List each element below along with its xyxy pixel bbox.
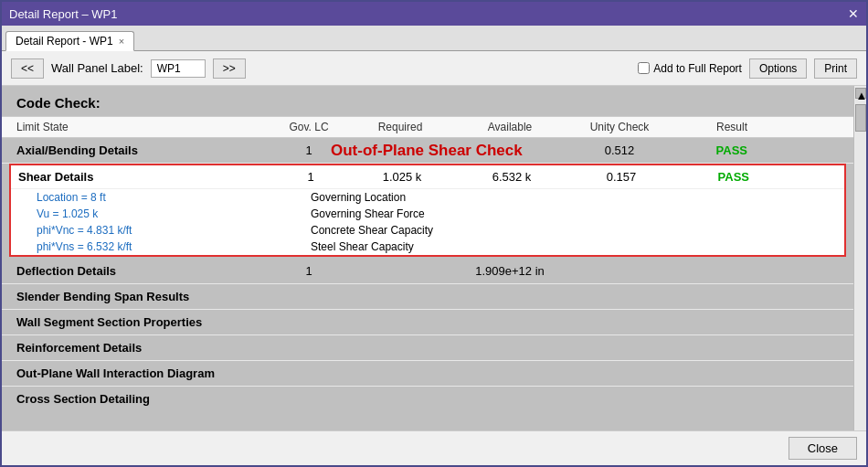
row-gov-lc: 1 <box>272 143 345 157</box>
title-bar: Detail Report – WP1 ✕ <box>2 2 866 26</box>
shear-limit-state: Shear Details <box>18 170 274 184</box>
scroll-up-button[interactable]: ▲ <box>855 88 866 99</box>
table-row: Reinforcement Details <box>2 335 853 361</box>
out-of-plane-label: Out-of-Plane Shear Check <box>331 142 523 160</box>
row-limit-state: Axial/Bending Details <box>16 143 272 157</box>
print-button[interactable]: Print <box>814 58 857 79</box>
toolbar: << Wall Panel Label: >> Add to Full Repo… <box>2 51 866 86</box>
row-result: PASS <box>674 143 747 157</box>
table-row: Out-Plane Wall Interaction Diagram <box>2 361 853 387</box>
table-row: Slender Bending Span Results <box>2 284 853 310</box>
table-header-row: Limit State Gov. LC Required Available U… <box>2 116 853 138</box>
tab-label: Detail Report - WP1 <box>16 35 113 48</box>
add-to-report-checkbox[interactable] <box>638 62 650 74</box>
col-available: Available <box>455 121 565 133</box>
table-row: Cross Section Detailing <box>2 387 853 411</box>
shear-result: PASS <box>676 170 749 184</box>
col-required: Required <box>345 121 455 133</box>
tab-bar: Detail Report - WP1 × <box>2 26 866 51</box>
shear-detail-right-4: Steel Shear Capacity <box>292 240 565 253</box>
shear-detail-row-4: phi*Vns = 6.532 k/ft Steel Shear Capacit… <box>11 239 844 255</box>
row-gov-lc: 1 <box>272 264 345 278</box>
content-area: Code Check: Limit State Gov. LC Required… <box>2 86 853 430</box>
wall-panel-input[interactable] <box>151 59 206 78</box>
shear-detail-left-3: phi*Vnc = 4.831 k/ft <box>37 224 274 237</box>
col-gov-lc: Gov. LC <box>272 121 345 133</box>
add-to-report-container: Add to Full Report <box>638 62 742 75</box>
shear-detail-left-4: phi*Vns = 6.532 k/ft <box>37 240 274 253</box>
shear-detail-row-3: phi*Vnc = 4.831 k/ft Concrete Shear Capa… <box>11 222 844 239</box>
col-result: Result <box>674 121 747 133</box>
shear-available: 6.532 k <box>457 170 566 184</box>
window-title: Detail Report – WP1 <box>9 7 118 21</box>
options-button[interactable]: Options <box>749 58 807 79</box>
shear-required: 1.025 k <box>347 170 457 184</box>
wall-panel-label: Wall Panel Label: <box>51 61 143 75</box>
shear-detail-row-1: Location = 8 ft Governing Location <box>11 189 844 206</box>
table-row: Wall Segment Section Properties <box>2 310 853 335</box>
shear-detail-right-3: Concrete Shear Capacity <box>292 224 565 237</box>
row-available: 1.909e+12 in <box>455 264 565 278</box>
tab-close-icon[interactable]: × <box>119 36 124 47</box>
main-window: Detail Report – WP1 ✕ Detail Report - WP… <box>0 0 868 467</box>
col-limit-state: Limit State <box>16 121 272 133</box>
close-button[interactable]: Close <box>789 437 857 460</box>
shear-detail-left-2: Vu = 1.025 k <box>37 207 274 220</box>
table-row: Deflection Details 1 1.909e+12 in <box>2 259 853 284</box>
table-row: Axial/Bending Details 1 0.512 PASS Out-o… <box>2 138 853 164</box>
code-check-header: Code Check: <box>2 86 853 116</box>
shear-unity-check: 0.157 <box>566 170 676 184</box>
shear-detail-right-1: Governing Location <box>292 191 565 204</box>
shear-detail-left-1: Location = 8 ft <box>37 191 274 204</box>
shear-detail-row-2: Vu = 1.025 k Governing Shear Force <box>11 206 844 222</box>
scrollbar[interactable]: ▲ <box>853 86 866 430</box>
shear-detail-right-2: Governing Shear Force <box>292 207 565 220</box>
shear-main-row: Shear Details 1 1.025 k 6.532 k 0.157 PA… <box>11 165 844 189</box>
row-unity-check: 0.512 <box>565 143 674 157</box>
row-name: Deflection Details <box>16 264 272 278</box>
tab-detail-report[interactable]: Detail Report - WP1 × <box>5 31 134 51</box>
window-close-button[interactable]: ✕ <box>848 7 859 20</box>
scroll-thumb[interactable] <box>855 104 866 132</box>
shear-gov-lc: 1 <box>274 170 347 184</box>
next-button[interactable]: >> <box>213 58 246 79</box>
footer-bar: Close <box>2 430 866 465</box>
prev-button[interactable]: << <box>11 58 44 79</box>
add-to-report-label: Add to Full Report <box>653 62 742 75</box>
shear-details-block: Shear Details 1 1.025 k 6.532 k 0.157 PA… <box>9 164 846 257</box>
col-unity-check: Unity Check <box>565 121 674 133</box>
